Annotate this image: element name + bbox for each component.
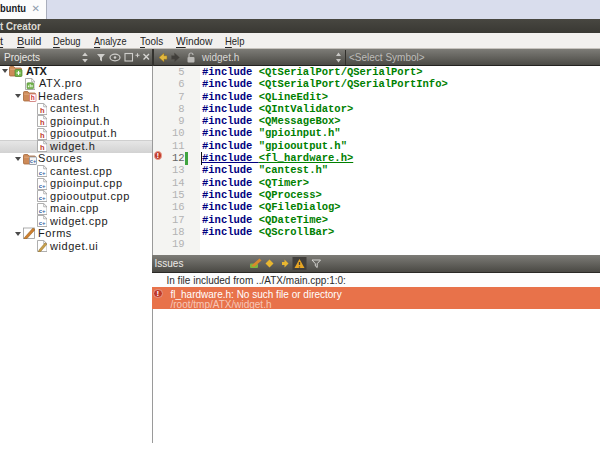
svg-text:h: h <box>39 131 44 140</box>
svg-text:c+: c+ <box>29 157 35 163</box>
svg-text:h: h <box>39 106 44 115</box>
svg-text:c+: c+ <box>38 182 45 188</box>
svg-text:h: h <box>39 118 44 127</box>
svg-text:c+: c+ <box>38 220 45 226</box>
svg-text:c+: c+ <box>38 170 45 176</box>
svg-text:h: h <box>39 143 44 152</box>
svg-text:c+: c+ <box>38 195 45 201</box>
svg-text:c+: c+ <box>38 207 45 213</box>
svg-text:h: h <box>30 94 34 101</box>
